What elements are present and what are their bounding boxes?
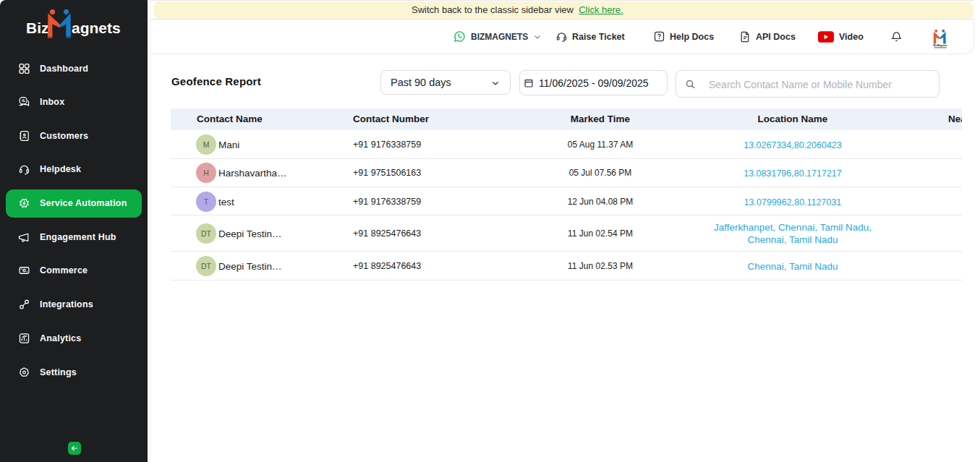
svg-text:agnets: agnets: [72, 20, 121, 36]
svg-text:Biz: Biz: [26, 20, 49, 36]
svg-text:BizMagnets: BizMagnets: [934, 44, 947, 47]
